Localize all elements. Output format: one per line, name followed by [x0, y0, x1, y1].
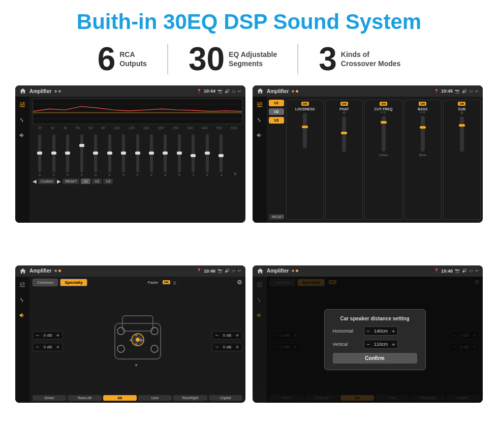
dialog-horizontal-plus[interactable]: + [392, 328, 395, 334]
ch-bass-thumb[interactable] [420, 126, 426, 129]
fader-on-badge[interactable]: ON [163, 280, 170, 284]
ch-sub-slider[interactable] [460, 116, 464, 152]
u2-btn[interactable]: U2 [269, 108, 284, 115]
fader-speaker-icon[interactable] [18, 311, 26, 319]
dialog-vertical-minus[interactable]: − [367, 341, 370, 347]
eq-slider-12[interactable]: -1 [187, 134, 199, 176]
ch-cutfreq-slider[interactable] [382, 116, 386, 152]
eq-u1-btn[interactable]: U1 [81, 178, 90, 184]
eq-track-2[interactable] [52, 134, 55, 172]
eq-slider-2[interactable]: 0 [47, 134, 59, 176]
eq-slider-8[interactable]: 0 [131, 134, 143, 176]
ch-phat-thumb[interactable] [341, 132, 347, 134]
db-minus-4[interactable]: − [214, 344, 220, 350]
btn-copilot[interactable]: Copilot [209, 395, 242, 401]
eq-slider-1[interactable]: 0 [34, 134, 46, 176]
db-plus-4[interactable]: + [235, 344, 240, 350]
eq-track-11[interactable] [178, 134, 181, 172]
ch-loudness-slider[interactable] [303, 113, 307, 148]
eq-thumb-13[interactable] [205, 152, 210, 155]
amp-filter-icon[interactable] [256, 101, 264, 109]
eq-prev-btn[interactable]: ◀ [33, 178, 37, 184]
eq-filter-icon[interactable] [18, 101, 26, 109]
tab-common[interactable]: Common [33, 279, 58, 286]
u1-btn[interactable]: U1 [269, 100, 284, 106]
eq-thumb-8[interactable] [135, 152, 140, 155]
btn-user[interactable]: User [138, 395, 172, 401]
db-plus-2[interactable]: + [55, 344, 60, 350]
db-minus-1[interactable]: − [35, 333, 40, 338]
eq-slider-expand[interactable]: » [229, 171, 241, 176]
eq-track-1[interactable] [38, 134, 41, 172]
eq-reset-btn[interactable]: RESET [63, 178, 79, 184]
dialog-horizontal-minus[interactable]: − [367, 328, 370, 334]
eq-slider-14[interactable]: -1 [215, 134, 227, 176]
amp-reset-btn[interactable]: RESET [269, 214, 284, 220]
eq-thumb-7[interactable] [121, 152, 126, 155]
eq-track-5[interactable] [94, 134, 97, 172]
eq-track-8[interactable] [136, 134, 139, 172]
eq-thumb-9[interactable] [149, 152, 154, 155]
eq-track-7[interactable] [122, 134, 125, 172]
eq-slider-13[interactable]: 0 [201, 134, 213, 176]
eq-thumb-10[interactable] [163, 152, 168, 155]
eq-track-4[interactable] [80, 134, 83, 172]
eq-track-12[interactable] [192, 134, 195, 172]
dialog-confirm-button[interactable]: Confirm [333, 353, 417, 364]
eq-slider-5[interactable]: 0 [89, 134, 102, 176]
eq-wave-icon[interactable] [18, 116, 26, 124]
db-plus-3[interactable]: + [235, 333, 240, 338]
eq-thumb-11[interactable] [177, 152, 182, 155]
btn-all[interactable]: All [103, 395, 137, 401]
amp-wave-icon[interactable] [256, 116, 264, 124]
eq-slider-6[interactable]: 0 [103, 134, 115, 176]
eq-u2-btn[interactable]: U2 [92, 178, 102, 184]
ch-bass-slider[interactable] [421, 116, 425, 152]
eq-track-3[interactable] [66, 134, 69, 172]
ch-sub-on[interactable]: ON [458, 102, 465, 106]
eq-slider-10[interactable]: 0 [159, 134, 171, 176]
ch-bass-on[interactable]: ON [419, 102, 426, 106]
settings-icon[interactable]: ⚙ [237, 279, 242, 286]
eq-thumb-4[interactable] [79, 144, 84, 147]
u3-btn[interactable]: U3 [269, 117, 284, 124]
db-plus-1[interactable]: + [55, 333, 60, 338]
ch-cutfreq-on[interactable]: ON [380, 102, 387, 106]
eq-slider-4[interactable]: 5 [75, 134, 87, 176]
eq-thumb-2[interactable] [51, 152, 56, 155]
btn-driver[interactable]: Driver [33, 395, 66, 401]
btn-rearleft[interactable]: RearLeft [68, 395, 101, 401]
eq-track-13[interactable] [206, 134, 209, 172]
ch-phat-slider[interactable] [342, 116, 346, 152]
eq-slider-7[interactable]: 0 [117, 134, 130, 176]
eq-custom-btn[interactable]: Custom [38, 178, 55, 184]
ch-loudness-thumb[interactable] [302, 126, 308, 128]
fader-wave-icon[interactable] [18, 296, 26, 304]
dialog-vertical-plus[interactable]: + [392, 341, 395, 347]
eq-u3-btn[interactable]: U3 [103, 178, 113, 184]
eq-track-6[interactable] [108, 134, 111, 172]
eq-slider-3[interactable]: 0 [61, 134, 74, 176]
eq-slider-9[interactable]: 0 [145, 134, 158, 176]
ch-phat-on[interactable]: ON [340, 102, 348, 106]
eq-thumb-12[interactable] [191, 154, 196, 157]
tab-specialty[interactable]: Specialty [60, 279, 87, 286]
eq-next-btn[interactable]: ▶ [57, 178, 61, 184]
eq-thumb-14[interactable] [219, 154, 224, 157]
eq-thumb-3[interactable] [65, 152, 70, 155]
db-minus-3[interactable]: − [214, 333, 220, 338]
ch-cutfreq-thumb[interactable] [381, 121, 387, 124]
db-minus-2[interactable]: − [35, 344, 40, 350]
btn-rearright[interactable]: RearRight [173, 395, 207, 401]
ch-loudness-on[interactable]: ON [301, 102, 309, 106]
ch-sub-thumb[interactable] [459, 124, 465, 127]
eq-slider-11[interactable]: 0 [173, 134, 185, 176]
eq-track-14[interactable] [220, 134, 223, 172]
eq-track-10[interactable] [164, 134, 167, 172]
eq-track-9[interactable] [150, 134, 153, 172]
eq-thumb-5[interactable] [93, 152, 98, 155]
eq-speaker-icon[interactable] [18, 131, 26, 139]
fader-filter-icon[interactable] [18, 281, 26, 289]
eq-thumb-1[interactable] [37, 152, 42, 155]
eq-thumb-6[interactable] [107, 152, 112, 155]
